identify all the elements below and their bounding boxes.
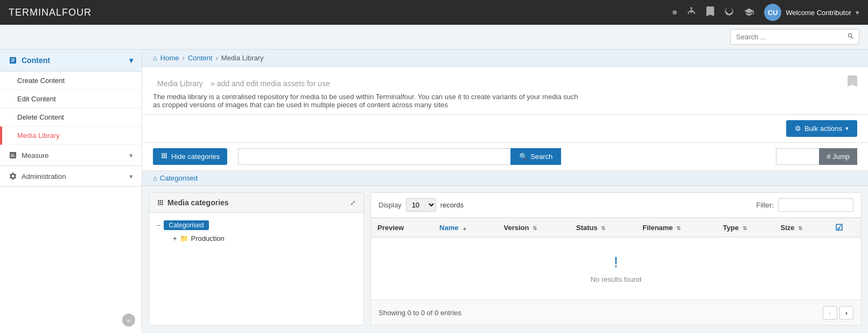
dot-icon xyxy=(673,10,677,15)
col-preview: Preview xyxy=(371,218,433,238)
sidebar-item-administration[interactable]: Administration ▾ xyxy=(0,166,142,187)
tree-toggle-minus[interactable]: − xyxy=(157,221,161,230)
col-status[interactable]: Status ⇅ xyxy=(570,218,636,238)
media-categories-panel: Media categories ⤢ − Categorised + 📁 Pro… xyxy=(149,192,364,325)
data-table-panel: Display 10 25 50 100 records Filter: Pre… xyxy=(370,192,862,325)
table-toolbar: Display 10 25 50 100 records Filter: xyxy=(371,193,861,218)
settings-icon: ⚙ xyxy=(795,124,801,133)
records-per-page-select[interactable]: 10 25 50 100 xyxy=(406,198,436,212)
sidebar: Content ▾ Create Content Edit Content De… xyxy=(0,50,142,333)
global-search-input[interactable] xyxy=(731,30,843,44)
sidebar-item-create-content[interactable]: Create Content xyxy=(0,72,142,90)
avatar: CU xyxy=(764,4,781,21)
sidebar-collapse-button[interactable]: « xyxy=(122,314,135,327)
filter-label: Filter: xyxy=(757,201,774,209)
jump-button[interactable]: # Jump xyxy=(819,148,857,165)
no-results-icon: ! xyxy=(387,254,845,271)
table-footer-text: Showing 0 to 0 of 0 entries xyxy=(379,309,461,317)
col-size[interactable]: Size ⇅ xyxy=(774,218,829,238)
panel-title: Media categories xyxy=(157,198,229,207)
user-menu[interactable]: CU Welcome Contributor ▾ xyxy=(764,4,859,21)
col-select-all[interactable]: ☑ xyxy=(829,218,861,238)
home-icon: ⌂ xyxy=(153,54,157,62)
sidebar-item-delete-content[interactable]: Delete Content xyxy=(0,108,142,127)
table-footer: Showing 0 to 0 of 0 entries ‹ › xyxy=(371,300,861,325)
no-results-row: ! No results found xyxy=(371,238,861,300)
jump-group: # Jump xyxy=(776,148,857,165)
pagination-buttons: ‹ › xyxy=(823,306,853,320)
page-description: The media library is a centralised repos… xyxy=(153,93,584,109)
tree-area: − Categorised + 📁 Production xyxy=(149,213,363,250)
prev-page-button[interactable]: ‹ xyxy=(823,306,837,320)
page-subtitle: » add and edit media assets for use xyxy=(211,79,330,88)
nav-icons: CU Welcome Contributor ▾ xyxy=(673,4,859,21)
sidebar-item-media-library[interactable]: Media Library xyxy=(0,127,142,145)
search-btn-icon: 🔍 xyxy=(519,152,528,161)
media-search-button[interactable]: 🔍 Search xyxy=(510,148,561,165)
next-page-button[interactable]: › xyxy=(839,306,853,320)
tree-node-categorised: − Categorised xyxy=(157,218,356,232)
filter-input[interactable] xyxy=(778,198,853,212)
categories-icon xyxy=(160,152,168,161)
sitemap-icon[interactable] xyxy=(687,6,696,18)
display-label: Display xyxy=(379,201,402,209)
graduation-icon[interactable] xyxy=(744,7,754,18)
globe-icon[interactable] xyxy=(724,6,734,18)
content-label: Content xyxy=(22,56,50,65)
col-type[interactable]: Type ⇅ xyxy=(717,218,774,238)
categorised-tag[interactable]: Categorised xyxy=(164,220,209,230)
global-search-field xyxy=(730,29,859,45)
administration-dropdown-icon: ▾ xyxy=(129,172,133,181)
no-results-text: No results found xyxy=(591,275,642,283)
col-version[interactable]: Version ⇅ xyxy=(497,218,570,238)
hide-categories-label: Hide categories xyxy=(171,152,220,161)
tree-child-production: + 📁 Production xyxy=(173,232,356,245)
bulk-actions-label: Bulk actions xyxy=(804,124,842,133)
breadcrumb-sep-1: › xyxy=(183,54,185,62)
sidebar-item-edit-content[interactable]: Edit Content xyxy=(0,90,142,108)
tree-child-toggle[interactable]: + xyxy=(173,234,177,242)
content-split: Media categories ⤢ − Categorised + 📁 Pro… xyxy=(142,186,868,332)
panel-header: Media categories ⤢ xyxy=(149,193,363,213)
content-area: ⌂ Home › Content › Media Library Media L… xyxy=(142,50,868,333)
production-label[interactable]: Production xyxy=(191,234,225,242)
page-header: Media Library » add and edit media asset… xyxy=(142,67,868,115)
measure-label: Measure xyxy=(22,151,49,159)
media-search-group: 🔍 Search xyxy=(238,148,561,165)
global-search-button[interactable] xyxy=(843,30,859,44)
breadcrumb-home[interactable]: Home xyxy=(160,54,179,62)
breadcrumb-current: Media Library xyxy=(221,54,264,62)
search-categories-row: Hide categories 🔍 Search # Jump xyxy=(142,143,868,171)
bulk-actions-button[interactable]: ⚙ Bulk actions xyxy=(786,120,857,137)
bookmark-nav-icon[interactable] xyxy=(706,6,715,18)
page-title-area: Media Library » add and edit media asset… xyxy=(153,75,584,109)
panel-expand-icon[interactable]: ⤢ xyxy=(350,199,356,207)
media-table: Preview Name ▲ Version ⇅ Status ⇅ Filena… xyxy=(371,218,861,300)
category-breadcrumb: ⌂ Categorised xyxy=(142,171,868,186)
folder-icon: 📁 xyxy=(180,234,188,242)
measure-dropdown-icon: ▾ xyxy=(129,151,133,159)
category-breadcrumb-label: Categorised xyxy=(160,174,198,182)
col-name[interactable]: Name ▲ xyxy=(433,218,497,238)
media-search-input[interactable] xyxy=(238,148,510,165)
top-navigation: TERMINALFOUR CU Welcome Contributor ▾ xyxy=(0,0,868,25)
app-logo: TERMINALFOUR xyxy=(9,7,92,18)
col-filename[interactable]: Filename ⇅ xyxy=(636,218,716,238)
breadcrumb: ⌂ Home › Content › Media Library xyxy=(142,50,868,67)
hide-categories-button[interactable]: Hide categories xyxy=(153,148,227,165)
search-btn-label: Search xyxy=(530,152,552,161)
jump-input[interactable] xyxy=(776,148,819,165)
global-search-bar xyxy=(0,25,868,50)
logo-bold: TERMINAL xyxy=(9,7,62,18)
breadcrumb-sep-2: › xyxy=(215,54,218,62)
sidebar-item-content[interactable]: Content ▾ xyxy=(0,50,142,72)
main-layout: Content ▾ Create Content Edit Content De… xyxy=(0,50,868,333)
sidebar-item-measure[interactable]: Measure ▾ xyxy=(0,145,142,166)
user-label: Welcome Contributor xyxy=(786,9,851,17)
breadcrumb-content[interactable]: Content xyxy=(188,54,213,62)
administration-label: Administration xyxy=(22,172,66,181)
page-bookmark-icon[interactable] xyxy=(848,75,857,90)
cat-home-icon: ⌂ xyxy=(153,174,157,182)
user-dropdown-icon: ▾ xyxy=(856,9,859,17)
content-dropdown-icon: ▾ xyxy=(129,56,133,65)
